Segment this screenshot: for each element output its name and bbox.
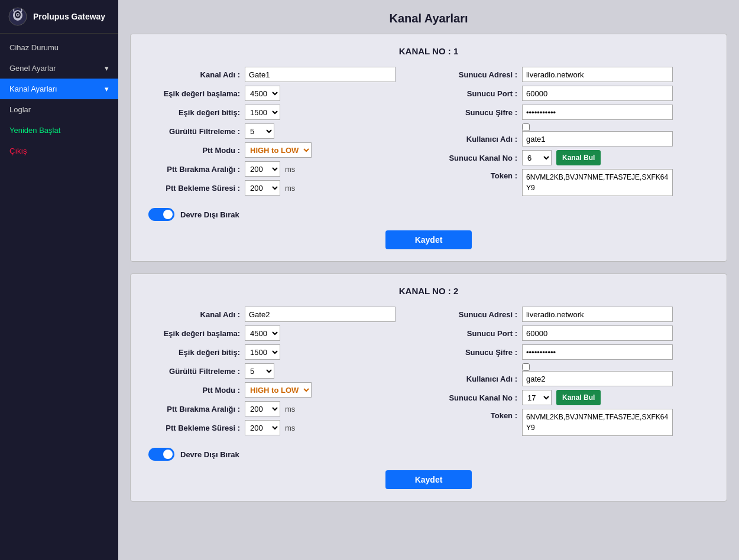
sidebar-item-yeniden-basla[interactable]: Yeniden Başlat: [0, 120, 118, 141]
channel1-ptt-birakmak-row: Ptt Bırakma Aralığı : 200 100 300 ms: [148, 161, 420, 177]
channel2-sunucu-kanal-row: Sunucu Kanal No : 17 1 2 Kanal Bul: [437, 390, 709, 405]
svg-point-4: [17, 14, 19, 16]
channel1-card: KANAL NO : 1 Kanal Adı : Eşik değeri baş…: [130, 34, 727, 262]
sidebar-item-cikis[interactable]: Çıkış: [0, 141, 118, 161]
channel1-ptt-modu-row: Ptt Modu : HIGH to LOW LOW to HIGH: [148, 142, 420, 158]
channel2-esik-bitis-select[interactable]: 1500 1000: [245, 344, 280, 360]
channel1-ptt-bekleme-unit: ms: [285, 184, 295, 193]
channel1-kaydet-button[interactable]: Kaydet: [385, 230, 472, 249]
channel2-sunucu-port-label: Sunucu Port :: [437, 329, 517, 338]
channel1-sunucu-adresi-input[interactable]: [522, 67, 673, 82]
channel1-sunucu-sifre-input[interactable]: [522, 105, 673, 120]
channel2-token-label: Token :: [437, 409, 517, 420]
channel1-kullanici-adi-row: Kullanıcı Adı :: [437, 131, 709, 146]
channel2-gurultu-select[interactable]: 5 3: [245, 363, 274, 379]
sidebar-label-cikis: Çıkış: [9, 146, 27, 155]
channel2-sunucu-sifre-row: Sunucu Şifre :: [437, 344, 709, 360]
sidebar-label-genel-ayarlar: Genel Ayarlar: [9, 64, 56, 73]
channel1-checkbox-row: [437, 123, 709, 131]
sidebar-item-loglar[interactable]: Loglar: [0, 99, 118, 120]
channel2-toggle-thumb: [163, 450, 173, 459]
channel2-ptt-bekleme-select[interactable]: 200 100: [245, 420, 280, 435]
channel1-sunucu-port-label: Sunucu Port :: [437, 89, 517, 98]
channel2-kullanici-adi-label: Kullanıcı Adı :: [437, 375, 517, 383]
channel2-sunucu-port-input[interactable]: [522, 325, 673, 341]
sidebar-item-kanal-ayarlari[interactable]: Kanal Ayarları: [0, 79, 118, 99]
channel2-sunucu-kanal-select[interactable]: 17 1 2: [522, 390, 552, 405]
channel1-esik-bitis-select[interactable]: 1500 1000 500: [245, 105, 280, 120]
channel2-devre-disi-toggle[interactable]: [148, 448, 174, 461]
channel2-kanal-adi-row: Kanal Adı :: [148, 307, 420, 322]
sidebar-navigation: Cihaz Durumu Genel Ayarlar Kanal Ayarlar…: [0, 34, 118, 161]
channel2-kullanici-adi-row: Kullanıcı Adı :: [437, 371, 709, 386]
channel2-gurultu-row: Gürültü Filtreleme : 5 3: [148, 363, 420, 379]
channel1-left-col: Kanal Adı : Eşik değeri başlama: 4500 30…: [148, 67, 420, 200]
channel1-ptt-modu-label: Ptt Modu :: [148, 146, 240, 155]
channel2-ptt-bekleme-label: Ptt Bekleme Süresi :: [148, 424, 240, 432]
channel1-kanal-bul-button[interactable]: Kanal Bul: [556, 150, 601, 165]
channel2-sunucu-adresi-row: Sunucu Adresi :: [437, 307, 709, 322]
channel1-ptt-modu-select[interactable]: HIGH to LOW LOW to HIGH: [245, 142, 312, 158]
channel1-ptt-birakmak-select[interactable]: 200 100 300: [245, 161, 280, 177]
channel1-ptt-birakmak-label: Ptt Bırakma Aralığı :: [148, 165, 240, 174]
channel1-devre-disi-toggle[interactable]: [148, 208, 174, 221]
sidebar-label-cihaz-durumu: Cihaz Durumu: [9, 43, 59, 52]
channel1-token-row: Token : 6NVML2KB,BVJN7NME,TFAS7EJE,SXFK6…: [437, 169, 709, 196]
sidebar-label-yeniden-basla: Yeniden Başlat: [9, 126, 60, 135]
channel2-ptt-birakmak-label: Ptt Bırakma Aralığı :: [148, 405, 240, 414]
page-title: Kanal Ayarları: [118, 12, 739, 25]
channel2-ptt-bekleme-row: Ptt Bekleme Süresi : 200 100 ms: [148, 420, 420, 435]
channel1-ptt-bekleme-label: Ptt Bekleme Süresi :: [148, 184, 240, 193]
channel2-kaydet-button[interactable]: Kaydet: [385, 470, 472, 489]
channel1-gurultu-select[interactable]: 5 3 10: [245, 123, 274, 139]
channel2-kanal-adi-input[interactable]: [245, 307, 396, 322]
channel2-checkbox-row: [437, 363, 709, 371]
channel2-sunucu-sifre-input[interactable]: [522, 344, 673, 360]
channel2-kanal-bul-button[interactable]: Kanal Bul: [556, 390, 601, 405]
channel1-show-password-checkbox[interactable]: [522, 123, 530, 131]
channel2-show-password-checkbox[interactable]: [522, 363, 530, 371]
channel2-devre-disi-row: Devre Dışı Bırak: [148, 448, 709, 461]
channel1-kullanici-adi-input[interactable]: [522, 131, 673, 146]
channel2-ptt-modu-label: Ptt Modu :: [148, 386, 240, 395]
sidebar-item-cihaz-durumu[interactable]: Cihaz Durumu: [0, 37, 118, 58]
channel1-devre-disi-label: Devre Dışı Bırak: [180, 210, 239, 219]
channel2-left-col: Kanal Adı : Eşik değeri başlama: 4500 30…: [148, 307, 420, 439]
channel1-right-col: Sunucu Adresi : Sunucu Port : Sunucu Şif…: [437, 67, 709, 200]
channel2-esik-baslama-label: Eşik değeri başlama:: [148, 329, 240, 338]
channel1-sunucu-sifre-label: Sunucu Şifre :: [437, 108, 517, 117]
channel2-toggle-track: [148, 448, 174, 461]
channel2-esik-baslama-select[interactable]: 4500 3000: [245, 325, 280, 341]
channel1-kanal-adi-row: Kanal Adı :: [148, 67, 420, 82]
channel2-esik-bitis-label: Eşik değeri bitiş:: [148, 348, 240, 357]
channel1-sunucu-kanal-label: Sunucu Kanal No :: [437, 154, 517, 162]
channel2-title: KANAL NO : 2: [148, 286, 709, 296]
sidebar-item-genel-ayarlar[interactable]: Genel Ayarlar: [0, 58, 118, 79]
channel2-esik-bitis-row: Eşik değeri bitiş: 1500 1000: [148, 344, 420, 360]
channel2-sunucu-adresi-input[interactable]: [522, 307, 673, 322]
channel1-esik-baslama-select[interactable]: 4500 3000 2000: [245, 86, 280, 101]
channel2-sunucu-kanal-label: Sunucu Kanal No :: [437, 393, 517, 402]
channel1-token-label: Token :: [437, 169, 517, 180]
channel2-ptt-bekleme-unit: ms: [285, 424, 295, 432]
channel1-ptt-bekleme-row: Ptt Bekleme Süresi : 200 100 300 ms: [148, 180, 420, 196]
channel1-esik-baslama-row: Eşik değeri başlama: 4500 3000 2000: [148, 86, 420, 101]
channel1-sunucu-kanal-select[interactable]: 6 1 2: [522, 150, 552, 165]
channel2-kullanici-adi-input[interactable]: [522, 371, 673, 386]
channel2-ptt-modu-select[interactable]: HIGH to LOW LOW to HIGH: [245, 382, 312, 398]
channel2-ptt-birakmak-unit: ms: [285, 405, 295, 414]
channel2-esik-baslama-row: Eşik değeri başlama: 4500 3000: [148, 325, 420, 341]
channel1-save-row: Kaydet: [148, 230, 709, 249]
channel1-ptt-bekleme-select[interactable]: 200 100 300: [245, 180, 280, 196]
channel2-token-value: 6NVML2KB,BVJN7NME,TFAS7EJE,SXFK64Y9: [522, 409, 673, 436]
channel1-sunucu-adresi-label: Sunucu Adresi :: [437, 70, 517, 79]
channel2-ptt-birakmak-select[interactable]: 200 100: [245, 401, 280, 416]
channel1-gurultu-row: Gürültü Filtreleme : 5 3 10: [148, 123, 420, 139]
channel2-token-row: Token : 6NVML2KB,BVJN7NME,TFAS7EJE,SXFK6…: [437, 409, 709, 436]
channel2-save-row: Kaydet: [148, 470, 709, 489]
channel1-sunucu-port-input[interactable]: [522, 86, 673, 101]
channel1-sunucu-sifre-row: Sunucu Şifre :: [437, 105, 709, 120]
channel2-sunucu-adresi-label: Sunucu Adresi :: [437, 310, 517, 319]
channel1-kanal-adi-input[interactable]: [245, 67, 396, 82]
channel1-sunucu-adresi-row: Sunucu Adresi :: [437, 67, 709, 82]
